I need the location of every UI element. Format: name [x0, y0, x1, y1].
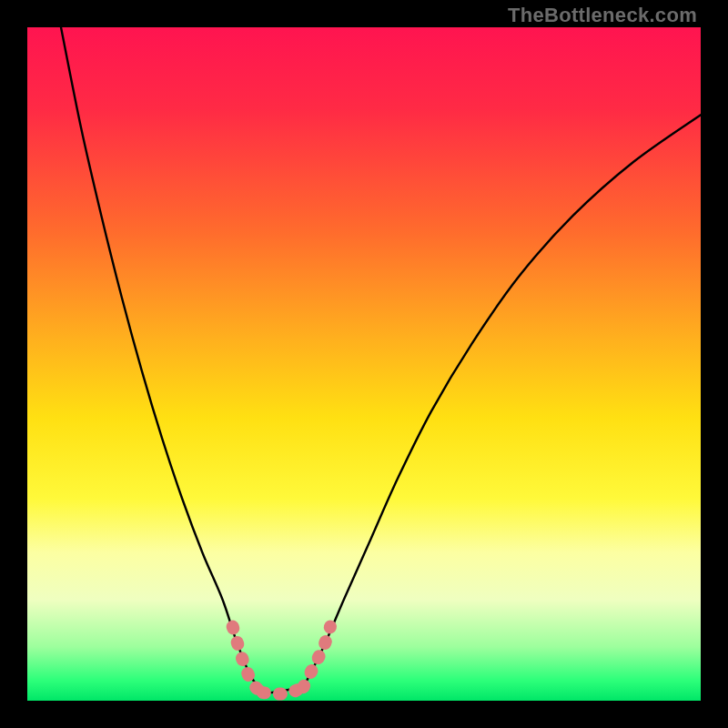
highlight-segments: [233, 627, 330, 694]
plot-area: [27, 27, 701, 701]
curve-layer: [27, 27, 701, 701]
highlight-left-foot: [233, 627, 263, 693]
right-curve: [303, 115, 701, 687]
chart-frame: TheBottleneck.com: [0, 0, 728, 728]
left-curve: [61, 27, 263, 694]
watermark-text: TheBottleneck.com: [508, 4, 697, 27]
